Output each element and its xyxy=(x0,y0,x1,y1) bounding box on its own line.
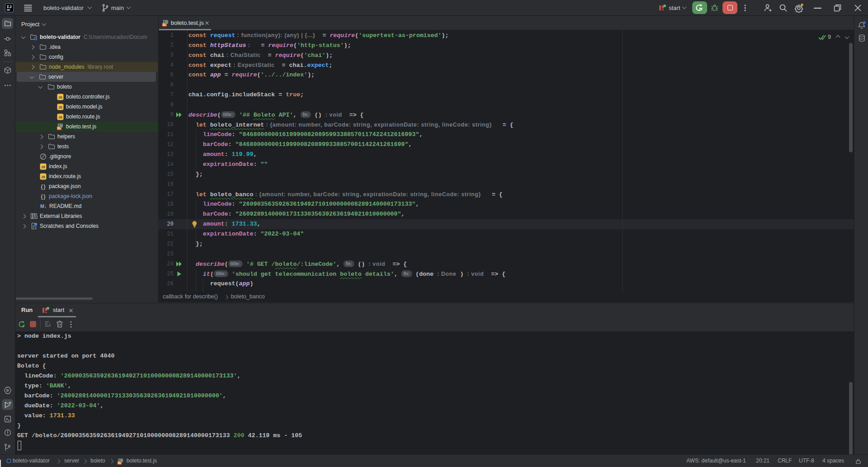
svg-text:JS: JS xyxy=(58,105,62,109)
svg-text:JS: JS xyxy=(58,115,62,119)
svg-text:JS: JS xyxy=(41,165,45,169)
svg-text:JS: JS xyxy=(41,175,45,179)
svg-text:JS: JS xyxy=(58,95,62,99)
